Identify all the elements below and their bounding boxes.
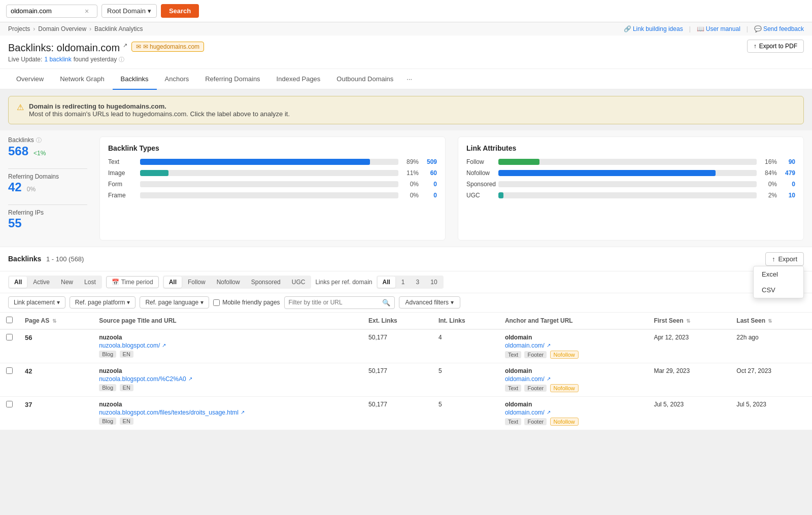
bar-row-nofollow: Nofollow 84% 479 — [466, 169, 795, 177]
links-per-group: All 1 3 10 — [377, 276, 444, 289]
col-source-title-url: Source page Title and URL — [93, 313, 362, 329]
mobile-friendly-checkbox-label: Mobile friendly pages — [213, 299, 280, 306]
row-checkbox[interactable] — [6, 367, 13, 374]
tab-outbound-domains[interactable]: Outbound Domains — [328, 69, 401, 90]
external-link-icon: ↗ — [547, 409, 551, 415]
ref-page-language-dropdown[interactable]: Ref. page language ▾ — [140, 296, 209, 308]
chevron-down-icon: ▾ — [148, 7, 151, 15]
status-filter-active[interactable]: Active — [28, 277, 55, 288]
tab-indexed-pages[interactable]: Indexed Pages — [268, 69, 329, 90]
links-per-10[interactable]: 10 — [425, 277, 442, 288]
tag-en: EN — [120, 384, 133, 391]
tag-blog: Blog — [99, 384, 116, 391]
table-row: 42 nuzoola nuzoola.blogspot.com/%C2%A0 ↗… — [0, 363, 812, 396]
stat-referring-domains: Referring Domains 42 0% — [8, 173, 87, 194]
source-url-link[interactable]: nuzoola.blogspot.com/%C2%A0 ↗ — [99, 375, 356, 383]
root-domain-label: Root Domain — [107, 7, 146, 15]
tab-more[interactable]: ··· — [401, 69, 417, 89]
anchor-url-link[interactable]: oldomain.com/ ↗ — [505, 409, 642, 416]
status-filter-lost[interactable]: Lost — [79, 277, 101, 288]
tag-nofollow: Nofollow — [550, 418, 579, 426]
url-filter-search: 🔍 — [284, 296, 395, 309]
clear-button[interactable]: × — [85, 7, 89, 15]
bar-row-text: Text 89% 509 — [108, 158, 437, 165]
time-period-button[interactable]: 📅 Time period — [106, 276, 159, 288]
export-excel[interactable]: Excel — [754, 266, 803, 282]
col-page-as: Page AS ⇅ — [19, 313, 93, 329]
select-all-checkbox[interactable] — [6, 317, 13, 323]
source-url-link[interactable]: nuzoola.blogspot.com/files/textes/droits… — [99, 409, 356, 416]
stats-panel: Backlinks ⓘ 568 <1% Referring Domains 42… — [8, 136, 99, 241]
links-per-1[interactable]: 1 — [396, 277, 410, 288]
row-checkbox[interactable] — [6, 334, 13, 340]
tab-anchors[interactable]: Anchors — [157, 69, 197, 90]
alert-icon: ⚠ — [17, 102, 24, 112]
breadcrumb-projects[interactable]: Projects — [8, 25, 30, 32]
alert-banner: ⚠ Domain is redirecting to hugedomains.c… — [8, 96, 804, 124]
link-icon: 🔗 — [624, 25, 631, 32]
attr-filter-follow[interactable]: Follow — [183, 277, 211, 288]
search-button[interactable]: Search — [161, 4, 199, 18]
table-row: 37 nuzoola nuzoola.blogspot.com/files/te… — [0, 396, 812, 430]
tag-footer: Footer — [524, 418, 547, 425]
status-filter-new[interactable]: New — [56, 277, 78, 288]
export-csv[interactable]: CSV — [754, 282, 803, 298]
attr-filter-ugc[interactable]: UGC — [287, 277, 311, 288]
export-icon: ↑ — [754, 43, 757, 50]
export-to-pdf-button[interactable]: ↑ Export to PDF — [747, 40, 804, 53]
col-first-seen: First Seen ⇅ — [648, 313, 730, 329]
anchor-url-link[interactable]: oldomain.com/ ↗ — [505, 342, 642, 349]
root-domain-select[interactable]: Root Domain ▾ — [101, 4, 157, 18]
send-feedback-link[interactable]: 💬 Send feedback — [754, 25, 804, 32]
search-bar: × Root Domain ▾ Search — [0, 0, 812, 22]
anchor-url-link[interactable]: oldomain.com/ ↗ — [505, 375, 642, 383]
attr-filter-nofollow[interactable]: Nofollow — [212, 277, 245, 288]
export-up-icon: ↑ — [772, 255, 775, 263]
attr-filter-sponsored[interactable]: Sponsored — [246, 277, 286, 288]
live-update-link[interactable]: 1 backlink — [44, 56, 71, 63]
domain-badge[interactable]: ✉ ✉ hugedomains.com — [131, 42, 204, 52]
row-checkbox[interactable] — [6, 401, 13, 407]
alert-text: Domain is redirecting to hugedomains.com… — [29, 102, 290, 118]
filter-bar-row2: Link placement ▾ Ref. page platform ▾ Re… — [0, 293, 812, 313]
breadcrumb-domain-overview[interactable]: Domain Overview — [38, 25, 86, 32]
link-placement-dropdown[interactable]: Link placement ▾ — [8, 296, 65, 308]
backlinks-title-wrap: Backlinks 1 - 100 (568) — [8, 255, 84, 263]
mobile-friendly-checkbox[interactable] — [213, 299, 220, 306]
links-per-3[interactable]: 3 — [411, 277, 425, 288]
chevron-down-icon: ▾ — [127, 299, 130, 306]
tab-overview[interactable]: Overview — [8, 69, 52, 90]
status-filter-group: All Active New Lost — [8, 276, 102, 289]
tab-network-graph[interactable]: Network Graph — [52, 69, 112, 90]
user-manual-link[interactable]: 📖 User manual — [697, 25, 740, 32]
export-button[interactable]: ↑ Export — [765, 252, 804, 266]
tab-referring-domains[interactable]: Referring Domains — [197, 69, 268, 90]
link-building-ideas-link[interactable]: 🔗 Link building ideas — [624, 25, 683, 32]
external-link-icon: ↗ — [547, 342, 551, 348]
backlinks-table-wrap: Page AS ⇅ Source page Title and URL Ext.… — [0, 313, 812, 430]
stats-charts: Backlinks ⓘ 568 <1% Referring Domains 42… — [0, 130, 812, 247]
advanced-filters-button[interactable]: Advanced filters ▾ — [399, 296, 460, 308]
search-input[interactable] — [11, 7, 82, 15]
source-url-link[interactable]: nuzoola.blogspot.com/ ↗ — [99, 342, 356, 349]
breadcrumb: Projects › Domain Overview › Backlink An… — [0, 22, 812, 36]
attr-filter-all[interactable]: All — [164, 277, 182, 288]
table-row: 56 nuzoola nuzoola.blogspot.com/ ↗ Blog … — [0, 329, 812, 363]
bar-row-image: Image 11% 60 — [108, 169, 437, 177]
charts-area: Backlink Types Text 89% 509 Image 11% 60… — [99, 136, 804, 241]
links-per-all[interactable]: All — [378, 277, 395, 288]
bar-row-form: Form 0% 0 — [108, 181, 437, 188]
tab-backlinks[interactable]: Backlinks — [113, 69, 157, 90]
status-filter-all[interactable]: All — [9, 277, 27, 288]
feedback-icon: 💬 — [754, 25, 762, 32]
backlinks-header: Backlinks 1 - 100 (568) ↑ Export Excel C… — [0, 247, 812, 271]
external-link-icon[interactable]: ↗ — [123, 42, 127, 48]
tag-footer: Footer — [524, 385, 547, 392]
bar-row-ugc: UGC 2% 10 — [466, 192, 795, 199]
chevron-down-icon: ▾ — [451, 299, 454, 306]
url-filter-input[interactable] — [289, 299, 380, 306]
external-link-icon: ↗ — [188, 376, 192, 382]
bar-row-sponsored: Sponsored 0% 0 — [466, 181, 795, 188]
ref-page-platform-dropdown[interactable]: Ref. page platform ▾ — [70, 296, 136, 308]
export-menu: Excel CSV — [753, 266, 804, 298]
